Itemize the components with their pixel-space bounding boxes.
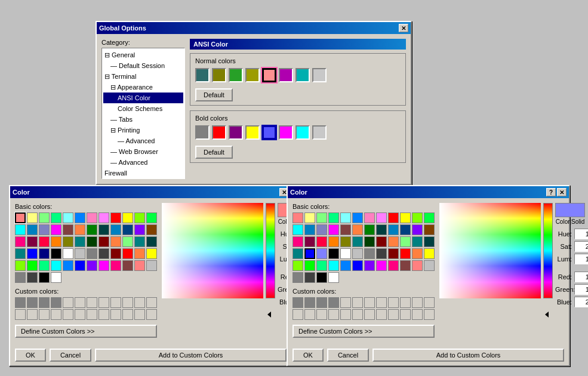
left-basic-swatch-12[interactable] xyxy=(15,224,26,235)
right-basic-swatch-56[interactable] xyxy=(388,260,399,271)
bold-color-swatch-7[interactable] xyxy=(312,125,327,140)
right-help-button[interactable]: ? xyxy=(546,188,556,196)
normal-color-swatch-5[interactable] xyxy=(279,68,293,82)
right-basic-swatch-51[interactable] xyxy=(328,260,339,271)
left-custom-swatch-9[interactable] xyxy=(122,297,133,308)
normal-color-swatch-4[interactable] xyxy=(262,68,276,82)
right-basic-swatch-37[interactable] xyxy=(304,248,315,259)
tree-item-color-schemes[interactable]: Color Schemes xyxy=(103,103,183,114)
right-blue-input[interactable] xyxy=(574,297,588,307)
right-basic-swatch-63[interactable] xyxy=(328,272,339,283)
right-custom-swatch-0[interactable] xyxy=(293,297,303,308)
right-basic-swatch-31[interactable] xyxy=(376,236,387,247)
right-custom-swatch-16[interactable] xyxy=(340,309,351,320)
left-basic-swatch-5[interactable] xyxy=(75,212,85,223)
right-custom-swatch-8[interactable] xyxy=(388,297,399,308)
right-basic-swatch-62[interactable] xyxy=(316,272,327,283)
right-custom-swatch-12[interactable] xyxy=(293,309,303,320)
right-custom-swatch-10[interactable] xyxy=(412,297,423,308)
right-custom-swatch-7[interactable] xyxy=(376,297,387,308)
right-basic-swatch-32[interactable] xyxy=(388,236,399,247)
left-basic-swatch-3[interactable] xyxy=(51,212,61,223)
left-basic-swatch-7[interactable] xyxy=(98,212,109,223)
left-custom-swatch-14[interactable] xyxy=(39,309,50,320)
left-custom-swatch-19[interactable] xyxy=(98,309,109,320)
right-custom-swatch-14[interactable] xyxy=(316,309,327,320)
right-custom-swatch-21[interactable] xyxy=(400,309,411,320)
left-basic-swatch-52[interactable] xyxy=(63,260,73,271)
right-basic-swatch-55[interactable] xyxy=(376,260,387,271)
left-basic-swatch-43[interactable] xyxy=(98,248,109,259)
left-basic-swatch-53[interactable] xyxy=(75,260,85,271)
left-custom-swatch-22[interactable] xyxy=(134,309,145,320)
right-basic-swatch-57[interactable] xyxy=(400,260,411,271)
left-custom-swatch-18[interactable] xyxy=(87,309,97,320)
left-basic-swatch-25[interactable] xyxy=(27,236,38,247)
left-custom-swatch-5[interactable] xyxy=(75,297,85,308)
right-basic-swatch-22[interactable] xyxy=(412,224,423,235)
right-basic-swatch-28[interactable] xyxy=(340,236,351,247)
right-basic-swatch-10[interactable] xyxy=(412,212,423,223)
tree-item-appearance[interactable]: ⊟ Appearance xyxy=(103,82,183,93)
left-hue-slider[interactable] xyxy=(266,203,275,298)
right-custom-swatch-22[interactable] xyxy=(412,309,423,320)
bold-color-swatch-4[interactable] xyxy=(262,125,276,140)
right-basic-swatch-60[interactable] xyxy=(293,272,303,283)
right-basic-swatch-26[interactable] xyxy=(316,236,327,247)
tree-item-default-session[interactable]: — Default Session xyxy=(103,60,183,71)
left-basic-swatch-50[interactable] xyxy=(39,260,50,271)
right-gradient-canvas[interactable] xyxy=(439,203,541,298)
left-basic-swatch-28[interactable] xyxy=(63,236,73,247)
right-basic-swatch-47[interactable] xyxy=(424,248,435,259)
bold-color-swatch-6[interactable] xyxy=(295,125,310,140)
left-basic-swatch-56[interactable] xyxy=(110,260,121,271)
right-basic-swatch-54[interactable] xyxy=(364,260,375,271)
right-basic-swatch-2[interactable] xyxy=(316,212,327,223)
left-basic-swatch-8[interactable] xyxy=(110,212,121,223)
right-basic-swatch-29[interactable] xyxy=(352,236,363,247)
right-basic-swatch-16[interactable] xyxy=(340,224,351,235)
right-basic-swatch-59[interactable] xyxy=(424,260,435,271)
right-basic-swatch-44[interactable] xyxy=(388,248,399,259)
right-basic-swatch-25[interactable] xyxy=(304,236,315,247)
normal-color-swatch-2[interactable] xyxy=(229,68,243,82)
left-basic-swatch-14[interactable] xyxy=(39,224,50,235)
left-basic-swatch-32[interactable] xyxy=(110,236,121,247)
left-basic-swatch-59[interactable] xyxy=(146,260,157,271)
right-basic-swatch-48[interactable] xyxy=(293,260,303,271)
right-define-custom-button[interactable]: Define Custom Colors >> xyxy=(293,325,435,338)
left-basic-swatch-20[interactable] xyxy=(110,224,121,235)
left-basic-swatch-39[interactable] xyxy=(51,248,61,259)
right-basic-swatch-20[interactable] xyxy=(388,224,399,235)
left-basic-swatch-26[interactable] xyxy=(39,236,50,247)
normal-color-swatch-3[interactable] xyxy=(245,68,260,82)
left-basic-swatch-48[interactable] xyxy=(15,260,26,271)
left-basic-swatch-16[interactable] xyxy=(63,224,73,235)
left-basic-swatch-54[interactable] xyxy=(87,260,97,271)
right-custom-swatch-17[interactable] xyxy=(352,309,363,320)
right-basic-swatch-18[interactable] xyxy=(364,224,375,235)
right-basic-swatch-0[interactable] xyxy=(293,212,303,223)
tree-item-terminal[interactable]: ⊟ Terminal xyxy=(103,71,183,82)
right-lum-input[interactable] xyxy=(574,254,588,264)
left-basic-swatch-49[interactable] xyxy=(27,260,38,271)
left-custom-swatch-20[interactable] xyxy=(110,309,121,320)
tree-item-printing[interactable]: ⊟ Printing xyxy=(103,125,183,135)
tree-item-advanced-printing[interactable]: — Advanced xyxy=(103,135,183,146)
right-close-button[interactable]: ✕ xyxy=(557,188,567,196)
right-basic-swatch-34[interactable] xyxy=(412,236,423,247)
right-basic-swatch-19[interactable] xyxy=(376,224,387,235)
right-basic-swatch-7[interactable] xyxy=(376,212,387,223)
right-basic-swatch-23[interactable] xyxy=(424,224,435,235)
left-basic-swatch-63[interactable] xyxy=(51,272,61,283)
left-custom-swatch-6[interactable] xyxy=(87,297,97,308)
left-basic-swatch-36[interactable] xyxy=(15,248,26,259)
left-custom-swatch-16[interactable] xyxy=(63,309,73,320)
right-basic-swatch-53[interactable] xyxy=(352,260,363,271)
bold-color-swatch-5[interactable] xyxy=(279,125,293,140)
left-custom-swatch-2[interactable] xyxy=(39,297,50,308)
tree-item-ansi-color[interactable]: ANSI Color xyxy=(103,93,183,103)
left-basic-swatch-9[interactable] xyxy=(122,212,133,223)
left-basic-swatch-24[interactable] xyxy=(15,236,26,247)
right-custom-swatch-9[interactable] xyxy=(400,297,411,308)
